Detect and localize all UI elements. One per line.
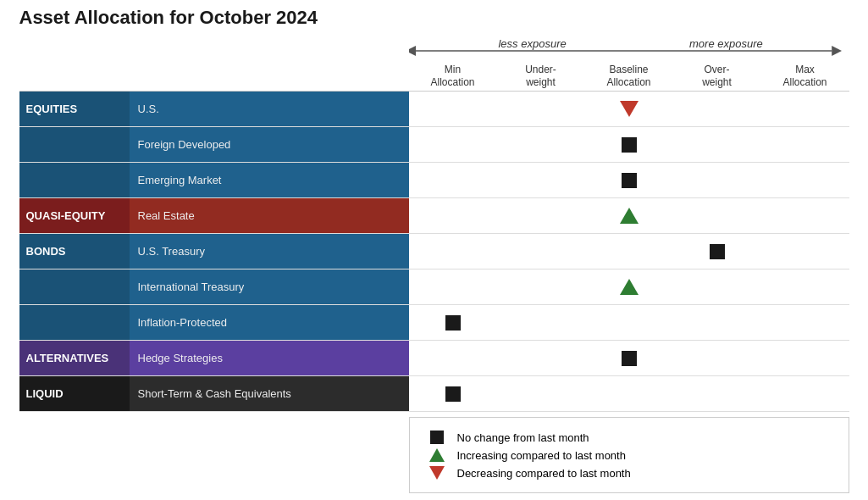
triangle-up-symbol (620, 279, 639, 295)
cell-baseline (585, 198, 673, 233)
category-cell: EQUITIES (19, 92, 130, 126)
grid-row (409, 198, 849, 234)
cell-baseline (585, 341, 673, 375)
cell-under (497, 163, 585, 197)
square-symbol (445, 315, 461, 331)
cell-baseline (585, 305, 673, 340)
cell-over (673, 341, 761, 375)
grid-row (409, 127, 849, 163)
legend-symbol (427, 466, 447, 480)
category-cell (19, 163, 130, 197)
cell-under (497, 305, 585, 340)
cell-min (409, 376, 497, 411)
cell-max (761, 234, 849, 269)
category-cell: BONDS (19, 234, 130, 269)
svg-text:more exposure: more exposure (689, 37, 763, 50)
grid-row (409, 269, 849, 305)
cell-over (673, 92, 761, 126)
cell-max (761, 376, 849, 411)
grid-row (409, 163, 849, 198)
sub-category-cell: Foreign Developed (130, 127, 409, 162)
triangle-up-symbol (620, 208, 639, 224)
cell-min (409, 305, 497, 340)
square-symbol (622, 137, 637, 153)
column-headers: MinAllocationUnder-weightBaselineAllocat… (409, 61, 849, 92)
sub-category-cell: U.S. Treasury (130, 234, 409, 269)
legend-box: No change from last month Increasing com… (409, 417, 849, 493)
cell-over (673, 269, 761, 304)
cell-over (673, 376, 761, 411)
grid-row (409, 376, 849, 412)
col-header-baseline: BaselineAllocation (585, 61, 673, 91)
grid-row (409, 341, 849, 376)
cell-max (761, 127, 849, 162)
left-labels: EQUITIESU.S.Foreign DevelopedEmerging Ma… (19, 37, 409, 412)
sub-category-cell: Emerging Market (130, 163, 409, 197)
cell-min (409, 127, 497, 162)
cell-under (497, 269, 585, 304)
cell-over (673, 305, 761, 340)
category-cell: ALTERNATIVES (19, 341, 130, 375)
cell-baseline (585, 127, 673, 162)
legend-item: No change from last month (427, 431, 832, 444)
cell-over (673, 198, 761, 233)
main-row: EQUITIESU.S.Foreign DevelopedEmerging Ma… (19, 37, 849, 493)
col-header-max: MaxAllocation (761, 61, 849, 91)
triangle-down-symbol (620, 101, 639, 117)
square-symbol (622, 351, 637, 366)
grid-row (409, 305, 849, 341)
cell-under (497, 376, 585, 411)
cell-min (409, 163, 497, 197)
cell-min (409, 92, 497, 126)
legend-text: Increasing compared to last month (457, 449, 626, 462)
left-row: Emerging Market (19, 163, 409, 198)
left-row: Inflation-Protected (19, 305, 409, 341)
cell-over (673, 163, 761, 197)
cell-max (761, 92, 849, 126)
cell-min (409, 198, 497, 233)
left-row: ALTERNATIVESHedge Strategies (19, 341, 409, 376)
legend-triangle-down-icon (429, 466, 445, 480)
sub-category-cell: Inflation-Protected (130, 305, 409, 340)
cell-baseline (585, 269, 673, 304)
arrow-header: less exposure more exposure (409, 37, 849, 61)
cell-over (673, 234, 761, 269)
square-symbol (710, 244, 725, 259)
cell-max (761, 269, 849, 304)
cell-max (761, 198, 849, 233)
legend-text: No change from last month (457, 431, 589, 444)
category-cell: QUASI-EQUITY (19, 198, 130, 233)
legend-symbol (427, 448, 447, 462)
svg-text:less exposure: less exposure (498, 37, 566, 50)
cell-max (761, 163, 849, 197)
sub-category-cell: International Treasury (130, 269, 409, 304)
legend-symbol (427, 431, 447, 444)
arrow-svg: less exposure more exposure (409, 37, 849, 61)
cell-min (409, 341, 497, 375)
cell-under (497, 127, 585, 162)
legend-triangle-up-icon (429, 448, 445, 462)
cell-baseline (585, 163, 673, 197)
category-cell (19, 269, 130, 304)
cell-min (409, 234, 497, 269)
left-row: QUASI-EQUITYReal Estate (19, 198, 409, 234)
left-row: LIQUIDShort-Term & Cash Equivalents (19, 376, 409, 412)
col-header-under: Under-weight (497, 61, 585, 91)
cell-baseline (585, 92, 673, 126)
category-cell (19, 127, 130, 162)
cell-max (761, 341, 849, 375)
legend-text: Decreasing compared to last month (457, 467, 631, 480)
cell-baseline (585, 376, 673, 411)
sub-category-cell: Short-Term & Cash Equivalents (130, 376, 409, 411)
left-row: Foreign Developed (19, 127, 409, 163)
cell-under (497, 198, 585, 233)
page-title: Asset Allocation for October 2024 (19, 7, 849, 29)
cell-under (497, 234, 585, 269)
col-header-over: Over-weight (673, 61, 761, 91)
left-row: International Treasury (19, 269, 409, 305)
left-row: EQUITIESU.S. (19, 92, 409, 127)
square-symbol (622, 173, 637, 188)
legend-item: Increasing compared to last month (427, 448, 832, 462)
cell-min (409, 269, 497, 304)
grid-row (409, 234, 849, 269)
